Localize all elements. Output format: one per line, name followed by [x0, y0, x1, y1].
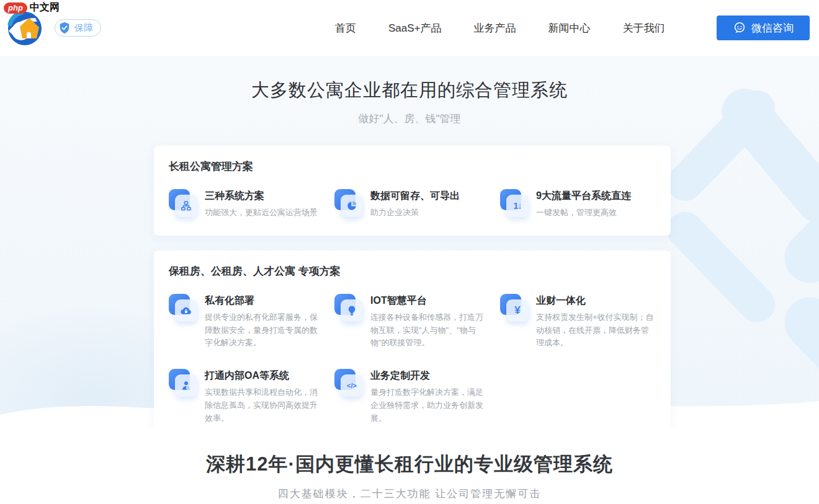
php-cn-label: 中文网: [30, 1, 60, 14]
hero-title: 大多数公寓企业都在用的综合管理系统: [0, 78, 819, 103]
feature-item: 三种系统方案 功能强大，更贴近公寓运营场景: [169, 188, 324, 219]
feature-title: 三种系统方案: [205, 190, 318, 203]
feature-title: 私有化部署: [205, 294, 324, 307]
feature-desc: 一键发帖，管理更高效: [536, 206, 631, 219]
feature-title: 打通内部OA等系统: [205, 369, 324, 382]
nav-item-about-us[interactable]: 关于我们: [623, 21, 665, 35]
nav-item-saas-products[interactable]: SaaS+产品: [388, 21, 442, 35]
guarantee-badge: 保障: [55, 19, 101, 37]
feature-title: 业财一体化: [536, 294, 656, 307]
nav-item-business-products[interactable]: 业务产品: [474, 21, 516, 35]
cloud-lock-icon: [169, 293, 197, 322]
rank-arrows-icon: 1↓: [500, 188, 529, 217]
wechat-consult-button[interactable]: 微信咨询: [717, 15, 810, 40]
guarantee-badge-label: 保障: [74, 22, 93, 34]
nav-item-news-center[interactable]: 新闻中心: [548, 21, 591, 35]
nav-item-home[interactable]: 首页: [335, 21, 356, 35]
feature-desc: 支持权责发生制+收付实现制；自动核销，在线开票，降低财务管理成本。: [536, 311, 656, 350]
feature-item: ¥ 业财一体化 支持权责发生制+收付实现制；自动核销，在线开票，降低财务管理成本…: [500, 293, 656, 350]
hero-section: 大多数公寓企业都在用的综合管理系统 做好"人、房、钱"管理 长租公寓管理方案 三…: [0, 56, 819, 428]
card-long-term-rental: 长租公寓管理方案 三种系统方案 功能强大，更贴近公寓运营场景: [154, 146, 671, 236]
code-icon: </>: [334, 368, 363, 397]
feature-desc: 连接各种设备和传感器，打造万物互联，实现"人与物"、"物与物"的联接管理。: [370, 311, 490, 350]
person-sync-icon: [169, 368, 197, 397]
company-logo[interactable]: [7, 11, 42, 46]
experience-subtitle: 四大基础模块，二十三大功能 让公司管理无懈可击: [0, 487, 819, 501]
wechat-bubble-icon: [733, 21, 746, 35]
experience-title: 深耕12年·国内更懂长租行业的专业级管理系统: [0, 451, 819, 477]
feature-title: 数据可留存、可导出: [370, 190, 460, 203]
page: 保障 首页 SaaS+产品 业务产品 新闻中心 关于我们 微信咨询: [0, 0, 819, 504]
site-header: 保障 首页 SaaS+产品 业务产品 新闻中心 关于我们 微信咨询: [0, 0, 819, 56]
card-special-programs: 保租房、公租房、人才公寓 专项方案 私有化部署 提供专业的私有化部署服务，保障数…: [154, 250, 671, 428]
php-badge: php: [4, 2, 27, 14]
feature-desc: 功能强大，更贴近公寓运营场景: [205, 206, 318, 219]
feature-title: 业务定制开发: [370, 369, 490, 382]
card-title: 长租公寓管理方案: [169, 159, 656, 174]
feature-desc: 提供专业的私有化部署服务，保障数据安全，量身打造专属的数字化解决方案。: [205, 311, 324, 350]
solution-cards: 长租公寓管理方案 三种系统方案 功能强大，更贴近公寓运营场景: [154, 146, 671, 428]
feature-item: </> 业务定制开发 量身打造数字化解决方案，满足企业独特需求，助力业务创新发展…: [334, 368, 490, 425]
hero-subtitle: 做好"人、房、钱"管理: [0, 112, 819, 126]
feature-desc: 助力企业决策: [370, 206, 460, 219]
feature-item: 1↓ 9大流量平台系统直连 一键发帖，管理更高效: [500, 188, 656, 219]
wechat-consult-label: 微信咨询: [751, 21, 794, 35]
feature-item: IOT智慧平台 连接各种设备和传感器，打造万物互联，实现"人与物"、"物与物"的…: [334, 293, 490, 350]
lightbulb-icon: [334, 293, 363, 322]
org-chart-icon: [169, 188, 197, 217]
main-nav: 首页 SaaS+产品 业务产品 新闻中心 关于我们: [335, 0, 665, 56]
feature-item: 数据可留存、可导出 助力企业决策: [334, 188, 490, 219]
yen-icon: ¥: [500, 293, 529, 322]
card-title: 保租房、公租房、人才公寓 专项方案: [169, 264, 656, 278]
feature-item: 私有化部署 提供专业的私有化部署服务，保障数据安全，量身打造专属的数字化解决方案…: [169, 293, 324, 350]
php-cn-watermark: php 中文网: [4, 1, 60, 14]
shield-check-icon: [58, 21, 71, 35]
feature-desc: 实现数据共享和流程自动化，消除信息孤岛，实现协同高效提升效率。: [205, 386, 324, 425]
experience-section: 深耕12年·国内更懂长租行业的专业级管理系统 四大基础模块，二十三大功能 让公司…: [0, 428, 819, 504]
pie-chart-icon: [334, 188, 363, 217]
feature-desc: 量身打造数字化解决方案，满足企业独特需求，助力业务创新发展。: [370, 386, 490, 425]
feature-item: 打通内部OA等系统 实现数据共享和流程自动化，消除信息孤岛，实现协同高效提升效率…: [169, 368, 324, 425]
feature-title: 9大流量平台系统直连: [536, 190, 631, 203]
feature-title: IOT智慧平台: [370, 294, 490, 307]
